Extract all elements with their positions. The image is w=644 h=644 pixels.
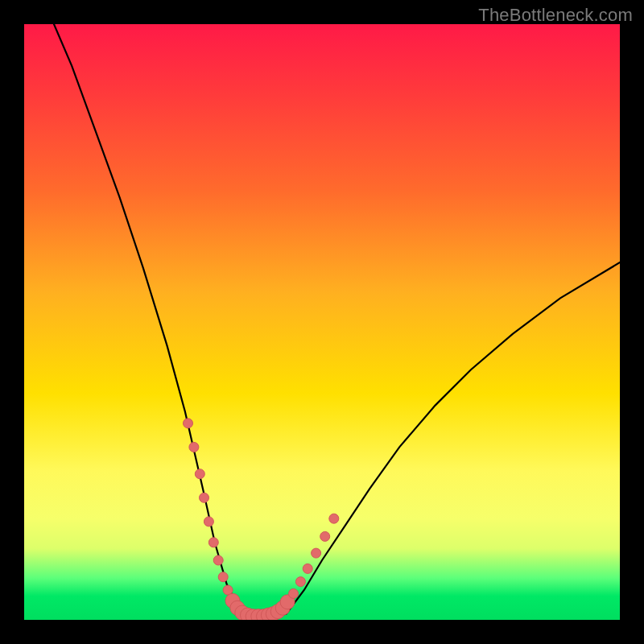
dot bbox=[208, 538, 218, 547]
dot bbox=[213, 555, 223, 565]
dot bbox=[200, 493, 209, 502]
dot bbox=[189, 442, 199, 452]
chart-frame: TheBottleneck.com bbox=[0, 0, 644, 644]
dot bbox=[303, 564, 312, 573]
dot bbox=[295, 577, 305, 587]
dot bbox=[320, 531, 330, 541]
plot-overlay bbox=[24, 24, 620, 620]
dot bbox=[289, 588, 299, 598]
plot-area bbox=[24, 24, 620, 620]
dot bbox=[184, 419, 193, 428]
dot bbox=[312, 548, 321, 558]
dot bbox=[329, 514, 339, 523]
dot bbox=[218, 572, 228, 582]
highlight-dots bbox=[184, 419, 339, 620]
bottleneck-curve bbox=[54, 24, 620, 617]
dot bbox=[204, 517, 213, 526]
watermark-text: TheBottleneck.com bbox=[478, 5, 633, 26]
dot bbox=[195, 469, 204, 479]
